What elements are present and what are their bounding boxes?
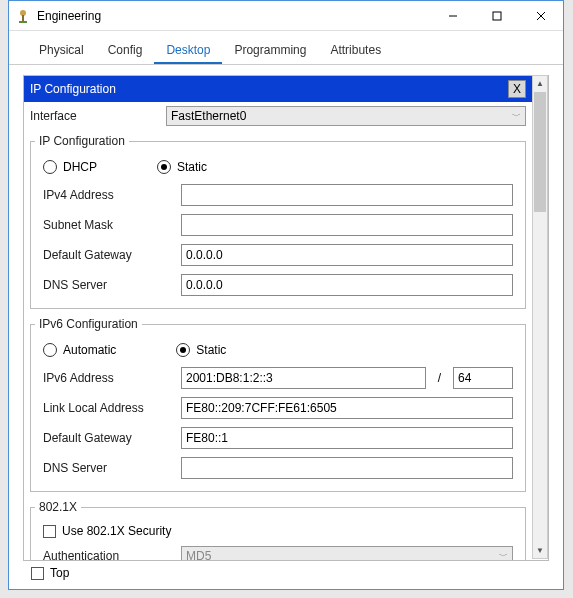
app-icon xyxy=(15,8,31,24)
vertical-scrollbar[interactable]: ▲ ▼ xyxy=(532,75,548,559)
chevron-down-icon: ﹀ xyxy=(499,550,508,562)
bottom-bar: Top xyxy=(23,561,549,585)
ipv6-ll-input[interactable] xyxy=(181,397,513,419)
app-window: Engineering Physical Config Desktop Prog… xyxy=(8,0,564,590)
ipv4-gw-input[interactable] xyxy=(181,244,513,266)
dot1x-enable-checkbox[interactable]: Use 802.1X Security xyxy=(35,520,521,542)
chevron-down-icon: ﹀ xyxy=(512,110,521,123)
close-button[interactable] xyxy=(519,2,563,30)
interface-row: Interface FastEthernet0 ﹀ xyxy=(24,102,532,130)
window-title: Engineering xyxy=(37,9,431,23)
svg-rect-3 xyxy=(493,12,501,20)
ipv6-group: IPv6 Configuration Automatic Static IPv6… xyxy=(30,317,526,492)
dot1x-auth-label: Authentication xyxy=(43,549,173,561)
titlebar[interactable]: Engineering xyxy=(9,1,563,31)
tab-programming[interactable]: Programming xyxy=(222,37,318,64)
ipv6-prefix-input[interactable] xyxy=(453,367,513,389)
ipv6-gw-label: Default Gateway xyxy=(43,431,173,445)
ipv4-mask-input[interactable] xyxy=(181,214,513,236)
panel-scroll: IP Configuration X Interface FastEtherne… xyxy=(23,75,549,561)
svg-rect-1 xyxy=(22,15,24,22)
ipv4-gw-label: Default Gateway xyxy=(43,248,173,262)
ipv4-addr-label: IPv4 Address xyxy=(43,188,173,202)
panel-title: IP Configuration xyxy=(30,82,116,96)
ipv4-dns-label: DNS Server xyxy=(43,278,173,292)
ipv4-group: IP Configuration DHCP Static IPv4 Addres… xyxy=(30,134,526,309)
dot1x-group: 802.1X Use 802.1X Security Authenticatio… xyxy=(30,500,526,561)
scroll-down-icon[interactable]: ▼ xyxy=(533,543,547,558)
ipv6-addr-input[interactable] xyxy=(181,367,426,389)
ipv4-static-radio[interactable]: Static xyxy=(157,160,207,174)
ipv6-prefix-slash: / xyxy=(434,371,445,385)
scroll-thumb[interactable] xyxy=(534,92,546,212)
ipv6-legend: IPv6 Configuration xyxy=(35,317,142,331)
dot1x-legend: 802.1X xyxy=(35,500,81,514)
tab-desktop[interactable]: Desktop xyxy=(154,37,222,64)
tab-attributes[interactable]: Attributes xyxy=(318,37,393,64)
tab-bar: Physical Config Desktop Programming Attr… xyxy=(9,31,563,65)
content-area: IP Configuration X Interface FastEtherne… xyxy=(9,65,563,561)
interface-label: Interface xyxy=(30,109,160,123)
ipv6-auto-radio[interactable]: Automatic xyxy=(43,343,116,357)
interface-value: FastEthernet0 xyxy=(171,109,246,123)
maximize-button[interactable] xyxy=(475,2,519,30)
ipv6-dns-input[interactable] xyxy=(181,457,513,479)
ipv4-mask-label: Subnet Mask xyxy=(43,218,173,232)
interface-select[interactable]: FastEthernet0 ﹀ xyxy=(166,106,526,126)
ipv4-dhcp-radio[interactable]: DHCP xyxy=(43,160,97,174)
ipv6-addr-label: IPv6 Address xyxy=(43,371,173,385)
ipv6-static-radio[interactable]: Static xyxy=(176,343,226,357)
ipv4-dns-input[interactable] xyxy=(181,274,513,296)
ipv4-addr-input[interactable] xyxy=(181,184,513,206)
ipv6-ll-label: Link Local Address xyxy=(43,401,173,415)
panel-close-button[interactable]: X xyxy=(508,80,526,98)
ipv4-legend: IP Configuration xyxy=(35,134,129,148)
minimize-button[interactable] xyxy=(431,2,475,30)
ipv6-gw-input[interactable] xyxy=(181,427,513,449)
scroll-up-icon[interactable]: ▲ xyxy=(533,76,547,91)
panel-header: IP Configuration X xyxy=(24,76,532,102)
dot1x-auth-select[interactable]: MD5 ﹀ xyxy=(181,546,513,561)
top-checkbox[interactable]: Top xyxy=(23,562,77,584)
ipv6-dns-label: DNS Server xyxy=(43,461,173,475)
tab-physical[interactable]: Physical xyxy=(27,37,96,64)
tab-config[interactable]: Config xyxy=(96,37,155,64)
